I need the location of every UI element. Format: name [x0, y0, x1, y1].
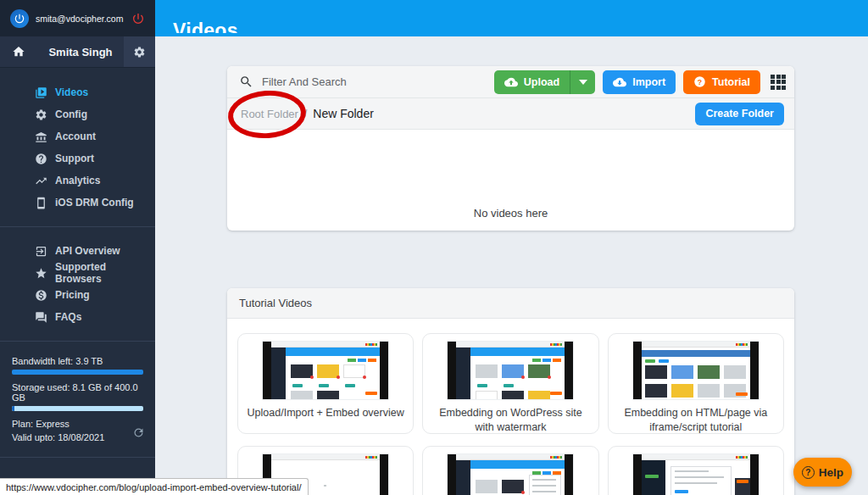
chat-icon [34, 310, 47, 324]
videos-empty-area: No videos here [227, 130, 794, 230]
tutorial-thumbnail [262, 341, 389, 400]
dollar-circle-icon [34, 288, 47, 302]
sidebar-divider [0, 457, 155, 458]
search-icon [239, 75, 253, 89]
sidebar: smita@vdocipher.com Smita Singh Videos C… [0, 0, 155, 495]
import-button[interactable]: Import [603, 70, 676, 94]
refresh-usage-button[interactable] [132, 426, 145, 442]
sidebar-item-account[interactable]: Account [0, 125, 155, 147]
secondary-menu: API Overview Supported Browsers Pricing … [0, 233, 155, 335]
sidebar-item-ios-drm-config[interactable]: iOS DRM Config [0, 192, 155, 214]
tutorial-video-caption: Embedding on HTML/page via iframe/script… [609, 406, 783, 434]
sidebar-item-label: Videos [55, 86, 88, 98]
tutorial-videos-grid: Upload/Import + Embed overview Embedding… [227, 319, 794, 495]
api-doc-icon [34, 244, 47, 258]
tutorial-video-caption: Embedding on WordPress site with waterma… [423, 406, 598, 434]
upload-button-label: Upload [524, 76, 559, 88]
upload-button-group: Upload [494, 70, 595, 94]
primary-menu: Videos Config Account Support Analytics … [0, 68, 155, 220]
video-library-icon [34, 86, 47, 99]
tutorial-video-card[interactable] [422, 446, 598, 495]
sidebar-item-label: Account [55, 131, 96, 142]
empty-message: No videos here [227, 207, 794, 220]
smartphone-icon [34, 196, 47, 209]
user-settings-button[interactable] [124, 36, 155, 67]
sidebar-divider [0, 226, 155, 227]
usage-panel: Bandwidth left: 3.9 TB Storage used: 8.1… [0, 348, 155, 451]
videos-card: Upload Import ? Tutorial Root Folder / N… [227, 66, 794, 231]
bandwidth-label: Bandwidth left: 3.9 TB [12, 356, 143, 366]
svg-text:?: ? [698, 78, 702, 86]
sidebar-item-config[interactable]: Config [0, 103, 155, 125]
valid-upto-label: Valid upto: 18/08/2021 [12, 432, 143, 442]
help-question-icon: ? [802, 466, 815, 479]
chevron-down-icon [579, 80, 587, 85]
user-row: Smita Singh [0, 36, 155, 68]
tutorial-button-label: Tutorial [712, 76, 750, 88]
tutorial-videos-header: Tutorial Videos [227, 288, 794, 319]
sidebar-item-label: Support [55, 153, 94, 164]
sidebar-item-label: Pricing [55, 289, 90, 301]
breadcrumb-current-folder: New Folder [313, 107, 374, 120]
tutorial-video-caption: Upload/Import + Embed overview [238, 406, 413, 420]
sidebar-item-videos[interactable]: Videos [0, 81, 155, 103]
sidebar-item-label: Analytics [55, 175, 100, 186]
power-icon [14, 13, 25, 25]
tutorial-thumbnail [447, 341, 574, 400]
tutorial-video-card[interactable]: Upload/Import + Embed overview [237, 333, 414, 434]
page-title: Videos [173, 20, 238, 33]
sidebar-item-label: API Overview [55, 245, 120, 257]
star-icon [34, 266, 47, 280]
tutorial-video-card[interactable]: Embedding on HTML/page via iframe/script… [608, 333, 784, 434]
upload-button[interactable]: Upload [494, 70, 570, 94]
sidebar-item-api-overview[interactable]: API Overview [0, 240, 155, 262]
sidebar-item-label: Config [55, 108, 87, 120]
bandwidth-progress-bar [12, 370, 143, 375]
upload-dropdown-button[interactable] [570, 70, 595, 94]
breadcrumb-separator: / [304, 108, 307, 120]
account-email: smita@vdocipher.com [36, 14, 131, 24]
grid-view-icon[interactable] [771, 75, 786, 90]
breadcrumb-root-folder[interactable]: Root Folder [241, 108, 298, 120]
trend-line-icon [34, 174, 47, 187]
appbar: Videos [155, 0, 868, 36]
search-input[interactable] [262, 75, 448, 88]
sidebar-item-label: Supported Browsers [55, 261, 155, 285]
help-button[interactable]: ? Help [793, 458, 852, 487]
cloud-import-icon [613, 76, 626, 88]
tutorial-video-card[interactable]: Embedding on WordPress site with waterma… [422, 333, 598, 434]
home-icon[interactable] [12, 45, 25, 58]
vdocipher-logo [10, 9, 29, 28]
sidebar-item-faqs[interactable]: FAQs [0, 306, 155, 328]
import-button-label: Import [632, 76, 665, 88]
create-folder-label: Create Folder [705, 108, 774, 120]
main-content: Upload Import ? Tutorial Root Folder / N… [155, 36, 868, 495]
sidebar-item-analytics[interactable]: Analytics [0, 170, 155, 192]
gear-icon [34, 108, 47, 121]
question-circle-icon: ? [693, 75, 706, 88]
sidebar-item-label: FAQs [55, 311, 81, 323]
storage-progress-bar [12, 406, 143, 411]
user-name: Smita Singh [37, 46, 124, 58]
sidebar-item-supported-browsers[interactable]: Supported Browsers [0, 262, 155, 284]
status-url: https://www.vdocipher.com/blog/upload-im… [6, 482, 302, 492]
tutorial-button[interactable]: ? Tutorial [683, 70, 760, 94]
sidebar-item-support[interactable]: Support [0, 147, 155, 170]
videos-toolbar: Upload Import ? Tutorial [227, 66, 794, 98]
refresh-icon [132, 426, 145, 439]
tutorial-thumbnail [632, 341, 760, 400]
bank-icon [34, 130, 47, 143]
create-folder-button[interactable]: Create Folder [695, 103, 784, 125]
sidebar-item-pricing[interactable]: Pricing [0, 284, 155, 306]
browser-status-bar: https://www.vdocipher.com/blog/upload-im… [0, 478, 309, 495]
question-circle-icon [34, 152, 47, 165]
tutorial-thumbnail [632, 453, 760, 495]
account-header[interactable]: smita@vdocipher.com [0, 0, 155, 36]
tutorial-video-card[interactable] [608, 446, 784, 495]
plan-label: Plan: Express [12, 419, 143, 429]
gear-icon [133, 46, 146, 58]
logout-power-icon[interactable] [131, 12, 145, 25]
folder-breadcrumb-row: Root Folder / New Folder Create Folder [227, 98, 794, 130]
tutorial-thumbnail [447, 453, 574, 495]
cloud-upload-icon [504, 76, 518, 88]
